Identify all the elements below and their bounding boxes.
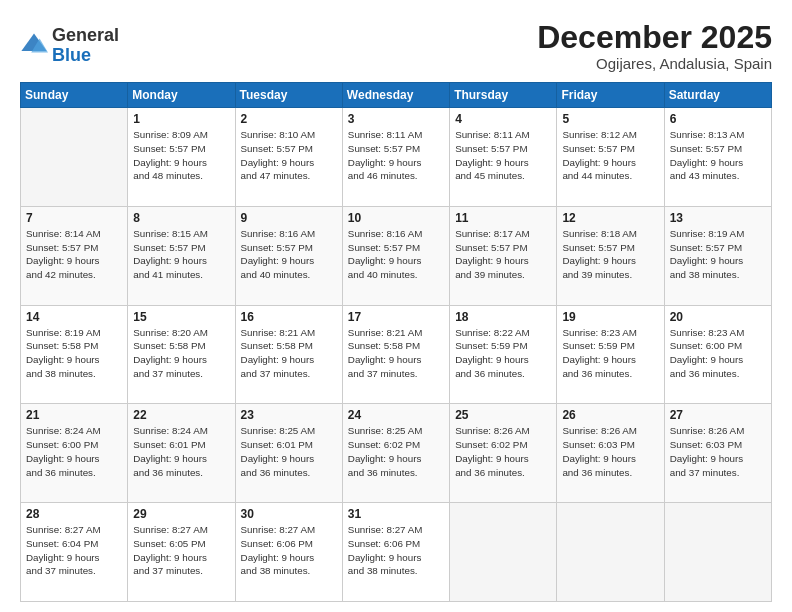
calendar-cell: 24Sunrise: 8:25 AM Sunset: 6:02 PM Dayli… <box>342 404 449 503</box>
day-number: 5 <box>562 112 658 126</box>
day-number: 8 <box>133 211 229 225</box>
day-number: 28 <box>26 507 122 521</box>
day-number: 2 <box>241 112 337 126</box>
day-info: Sunrise: 8:19 AM Sunset: 5:58 PM Dayligh… <box>26 326 122 381</box>
day-number: 29 <box>133 507 229 521</box>
calendar-cell: 28Sunrise: 8:27 AM Sunset: 6:04 PM Dayli… <box>21 503 128 602</box>
logo-icon <box>20 30 48 58</box>
calendar-day-header: Sunday <box>21 83 128 108</box>
day-info: Sunrise: 8:26 AM Sunset: 6:03 PM Dayligh… <box>562 424 658 479</box>
day-info: Sunrise: 8:17 AM Sunset: 5:57 PM Dayligh… <box>455 227 551 282</box>
day-number: 21 <box>26 408 122 422</box>
day-info: Sunrise: 8:27 AM Sunset: 6:06 PM Dayligh… <box>241 523 337 578</box>
day-info: Sunrise: 8:20 AM Sunset: 5:58 PM Dayligh… <box>133 326 229 381</box>
day-number: 4 <box>455 112 551 126</box>
day-number: 26 <box>562 408 658 422</box>
calendar-cell: 14Sunrise: 8:19 AM Sunset: 5:58 PM Dayli… <box>21 305 128 404</box>
day-number: 10 <box>348 211 444 225</box>
calendar-day-header: Tuesday <box>235 83 342 108</box>
day-info: Sunrise: 8:18 AM Sunset: 5:57 PM Dayligh… <box>562 227 658 282</box>
logo-general: General <box>52 26 119 46</box>
logo-text: General Blue <box>52 26 119 66</box>
day-number: 16 <box>241 310 337 324</box>
calendar-cell: 26Sunrise: 8:26 AM Sunset: 6:03 PM Dayli… <box>557 404 664 503</box>
day-number: 14 <box>26 310 122 324</box>
day-number: 17 <box>348 310 444 324</box>
calendar-cell: 6Sunrise: 8:13 AM Sunset: 5:57 PM Daylig… <box>664 108 771 207</box>
calendar-cell: 25Sunrise: 8:26 AM Sunset: 6:02 PM Dayli… <box>450 404 557 503</box>
title-block: December 2025 Ogijares, Andalusia, Spain <box>537 20 772 72</box>
calendar-cell: 1Sunrise: 8:09 AM Sunset: 5:57 PM Daylig… <box>128 108 235 207</box>
calendar-cell: 27Sunrise: 8:26 AM Sunset: 6:03 PM Dayli… <box>664 404 771 503</box>
day-info: Sunrise: 8:14 AM Sunset: 5:57 PM Dayligh… <box>26 227 122 282</box>
calendar-day-header: Saturday <box>664 83 771 108</box>
day-info: Sunrise: 8:24 AM Sunset: 6:00 PM Dayligh… <box>26 424 122 479</box>
day-info: Sunrise: 8:09 AM Sunset: 5:57 PM Dayligh… <box>133 128 229 183</box>
day-number: 18 <box>455 310 551 324</box>
calendar-cell: 30Sunrise: 8:27 AM Sunset: 6:06 PM Dayli… <box>235 503 342 602</box>
day-number: 9 <box>241 211 337 225</box>
day-number: 11 <box>455 211 551 225</box>
calendar-cell <box>450 503 557 602</box>
day-number: 13 <box>670 211 766 225</box>
calendar-week-row: 1Sunrise: 8:09 AM Sunset: 5:57 PM Daylig… <box>21 108 772 207</box>
calendar-cell: 18Sunrise: 8:22 AM Sunset: 5:59 PM Dayli… <box>450 305 557 404</box>
calendar-week-row: 21Sunrise: 8:24 AM Sunset: 6:00 PM Dayli… <box>21 404 772 503</box>
day-number: 12 <box>562 211 658 225</box>
calendar-cell: 31Sunrise: 8:27 AM Sunset: 6:06 PM Dayli… <box>342 503 449 602</box>
day-number: 3 <box>348 112 444 126</box>
day-info: Sunrise: 8:16 AM Sunset: 5:57 PM Dayligh… <box>348 227 444 282</box>
day-info: Sunrise: 8:12 AM Sunset: 5:57 PM Dayligh… <box>562 128 658 183</box>
calendar-week-row: 28Sunrise: 8:27 AM Sunset: 6:04 PM Dayli… <box>21 503 772 602</box>
page: General Blue December 2025 Ogijares, And… <box>0 0 792 612</box>
calendar-cell: 23Sunrise: 8:25 AM Sunset: 6:01 PM Dayli… <box>235 404 342 503</box>
day-info: Sunrise: 8:21 AM Sunset: 5:58 PM Dayligh… <box>348 326 444 381</box>
day-number: 30 <box>241 507 337 521</box>
calendar-cell: 22Sunrise: 8:24 AM Sunset: 6:01 PM Dayli… <box>128 404 235 503</box>
day-number: 1 <box>133 112 229 126</box>
day-info: Sunrise: 8:11 AM Sunset: 5:57 PM Dayligh… <box>348 128 444 183</box>
calendar-cell: 21Sunrise: 8:24 AM Sunset: 6:00 PM Dayli… <box>21 404 128 503</box>
day-info: Sunrise: 8:10 AM Sunset: 5:57 PM Dayligh… <box>241 128 337 183</box>
calendar-cell: 4Sunrise: 8:11 AM Sunset: 5:57 PM Daylig… <box>450 108 557 207</box>
logo-blue: Blue <box>52 46 119 66</box>
day-number: 20 <box>670 310 766 324</box>
calendar-day-header: Friday <box>557 83 664 108</box>
calendar-cell: 11Sunrise: 8:17 AM Sunset: 5:57 PM Dayli… <box>450 206 557 305</box>
calendar-cell: 9Sunrise: 8:16 AM Sunset: 5:57 PM Daylig… <box>235 206 342 305</box>
day-info: Sunrise: 8:25 AM Sunset: 6:02 PM Dayligh… <box>348 424 444 479</box>
calendar-cell <box>21 108 128 207</box>
calendar-header-row: SundayMondayTuesdayWednesdayThursdayFrid… <box>21 83 772 108</box>
day-info: Sunrise: 8:27 AM Sunset: 6:06 PM Dayligh… <box>348 523 444 578</box>
calendar-cell: 15Sunrise: 8:20 AM Sunset: 5:58 PM Dayli… <box>128 305 235 404</box>
day-number: 7 <box>26 211 122 225</box>
day-info: Sunrise: 8:23 AM Sunset: 6:00 PM Dayligh… <box>670 326 766 381</box>
day-info: Sunrise: 8:25 AM Sunset: 6:01 PM Dayligh… <box>241 424 337 479</box>
calendar-cell: 17Sunrise: 8:21 AM Sunset: 5:58 PM Dayli… <box>342 305 449 404</box>
day-info: Sunrise: 8:26 AM Sunset: 6:03 PM Dayligh… <box>670 424 766 479</box>
day-info: Sunrise: 8:26 AM Sunset: 6:02 PM Dayligh… <box>455 424 551 479</box>
day-info: Sunrise: 8:11 AM Sunset: 5:57 PM Dayligh… <box>455 128 551 183</box>
calendar-cell: 3Sunrise: 8:11 AM Sunset: 5:57 PM Daylig… <box>342 108 449 207</box>
page-title: December 2025 <box>537 20 772 55</box>
calendar-cell <box>664 503 771 602</box>
calendar-day-header: Wednesday <box>342 83 449 108</box>
calendar-cell: 16Sunrise: 8:21 AM Sunset: 5:58 PM Dayli… <box>235 305 342 404</box>
calendar-cell: 8Sunrise: 8:15 AM Sunset: 5:57 PM Daylig… <box>128 206 235 305</box>
calendar-table: SundayMondayTuesdayWednesdayThursdayFrid… <box>20 82 772 602</box>
day-number: 23 <box>241 408 337 422</box>
calendar-cell: 5Sunrise: 8:12 AM Sunset: 5:57 PM Daylig… <box>557 108 664 207</box>
day-info: Sunrise: 8:24 AM Sunset: 6:01 PM Dayligh… <box>133 424 229 479</box>
calendar-week-row: 7Sunrise: 8:14 AM Sunset: 5:57 PM Daylig… <box>21 206 772 305</box>
day-info: Sunrise: 8:27 AM Sunset: 6:05 PM Dayligh… <box>133 523 229 578</box>
day-info: Sunrise: 8:22 AM Sunset: 5:59 PM Dayligh… <box>455 326 551 381</box>
calendar-cell: 19Sunrise: 8:23 AM Sunset: 5:59 PM Dayli… <box>557 305 664 404</box>
day-number: 27 <box>670 408 766 422</box>
day-info: Sunrise: 8:16 AM Sunset: 5:57 PM Dayligh… <box>241 227 337 282</box>
logo: General Blue <box>20 26 119 66</box>
header: General Blue December 2025 Ogijares, And… <box>20 20 772 72</box>
calendar-cell: 20Sunrise: 8:23 AM Sunset: 6:00 PM Dayli… <box>664 305 771 404</box>
calendar-cell: 10Sunrise: 8:16 AM Sunset: 5:57 PM Dayli… <box>342 206 449 305</box>
calendar-cell: 29Sunrise: 8:27 AM Sunset: 6:05 PM Dayli… <box>128 503 235 602</box>
calendar-day-header: Thursday <box>450 83 557 108</box>
